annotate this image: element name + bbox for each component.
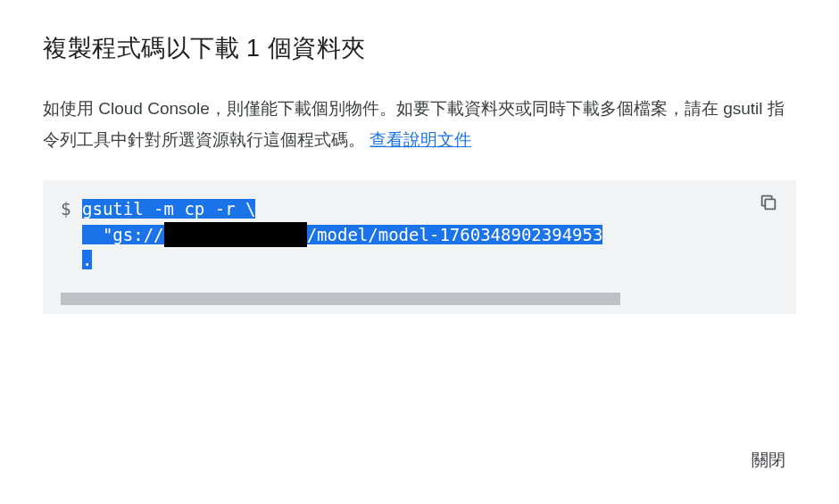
code-line-2-prefix: "gs:// <box>82 225 164 244</box>
download-code-dialog: 複製程式碼以下載 1 個資料夾 如使用 Cloud Console，則僅能下載個… <box>0 0 839 504</box>
code-line-2-suffix: /model/model-1760348902394953 <box>307 225 603 244</box>
close-button[interactable]: 關閉 <box>741 442 796 479</box>
code-line-3: . <box>82 250 92 269</box>
code-block: $gsutil -m cp -r \ "gs:// /model/model-1… <box>43 180 796 314</box>
dialog-title: 複製程式碼以下載 1 個資料夾 <box>43 32 796 64</box>
code-content[interactable]: gsutil -m cp -r \ "gs:// /model/model-17… <box>82 196 602 273</box>
copy-icon <box>759 193 778 212</box>
documentation-link[interactable]: 查看說明文件 <box>370 130 471 149</box>
code-redacted-bucket <box>164 222 307 248</box>
dialog-actions: 關閉 <box>741 442 796 479</box>
copy-button[interactable] <box>759 193 780 214</box>
code-prompt-symbol: $ <box>61 196 82 222</box>
svg-rect-0 <box>765 200 775 210</box>
code-line-1: gsutil -m cp -r \ <box>82 199 255 219</box>
dialog-description: 如使用 Cloud Console，則僅能下載個別物件。如要下載資料夾或同時下載… <box>43 93 796 155</box>
horizontal-scrollbar-track[interactable] <box>61 293 778 305</box>
horizontal-scrollbar-thumb[interactable] <box>61 293 620 305</box>
